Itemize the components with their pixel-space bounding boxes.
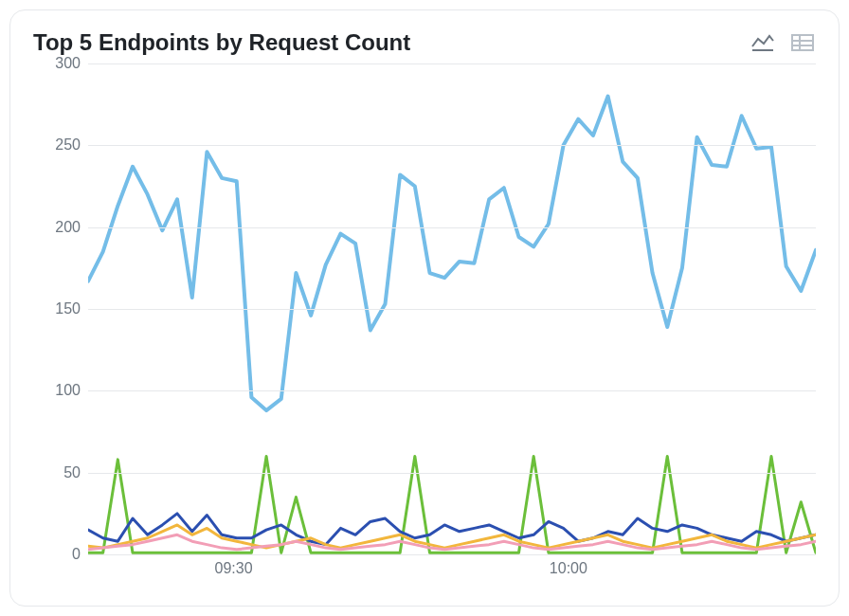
chart-card: Top 5 Endpoints by Request Count 0501001… [9, 9, 840, 607]
series-endpoint-1 [88, 97, 816, 411]
plot-row: 050100150200250300 [33, 63, 816, 554]
line-chart-icon[interactable] [750, 33, 776, 52]
y-tick-label: 150 [55, 300, 81, 317]
y-tick-label: 50 [63, 464, 81, 481]
grid-line [88, 63, 816, 64]
grid-line [88, 309, 816, 310]
y-tick-label: 100 [55, 382, 81, 399]
series-endpoint-3 [88, 514, 816, 545]
chart-header: Top 5 Endpoints by Request Count [33, 29, 816, 56]
x-axis: 09:3010:00 [88, 554, 816, 583]
grid-line [88, 145, 816, 146]
chart-title: Top 5 Endpoints by Request Count [33, 29, 410, 56]
y-tick-label: 250 [55, 136, 81, 154]
y-axis: 050100150200250300 [33, 63, 88, 554]
y-tick-label: 200 [55, 219, 81, 236]
y-tick-label: 0 [72, 546, 81, 563]
y-tick-label: 300 [55, 55, 81, 72]
chart-body: 050100150200250300 09:3010:00 [33, 63, 816, 583]
chart-view-toggles [750, 33, 816, 52]
svg-rect-1 [792, 35, 813, 50]
grid-line [88, 473, 816, 474]
table-icon[interactable] [789, 33, 816, 52]
grid-line [88, 227, 816, 228]
series-endpoint-2 [88, 456, 816, 553]
grid-line [88, 390, 816, 391]
x-tick-label: 10:00 [550, 560, 587, 577]
x-tick-label: 09:30 [215, 560, 253, 577]
plot-area [88, 63, 816, 554]
